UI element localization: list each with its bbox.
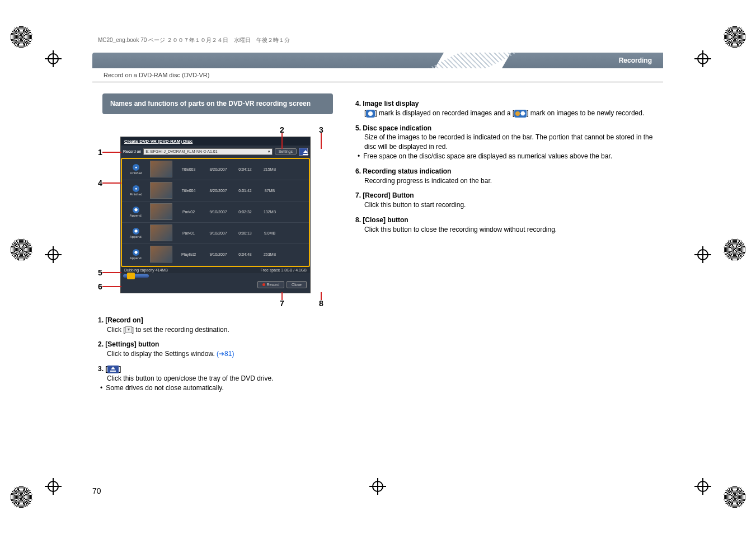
crop-mark (369, 478, 386, 495)
right-column: 4. Image list display [] mark is display… (355, 93, 663, 397)
eject-button[interactable] (299, 148, 308, 156)
leader (281, 292, 283, 300)
list-item[interactable]: ⬣Append. Playlist2 9/10/2007 0:04:48 263… (122, 244, 309, 265)
title-cell: Park02 (175, 210, 203, 214)
capacity-row: Dubbing capacity 414MB Free space 3.8GB … (121, 267, 310, 273)
status-cell: ●Finished (124, 164, 148, 175)
callout-8: 8 (319, 299, 323, 308)
image-list: ●Finished Title003 8/20/2007 0:04:12 215… (121, 158, 310, 267)
settings-button[interactable]: Settings (275, 148, 297, 154)
item-body: [] mark is displayed on recorded images … (355, 109, 658, 118)
source-header: MC20_eng.book 70 ページ ２００７年１０月２４日 水曜日 午後２… (92, 36, 663, 44)
size-cell: 9.0MB (259, 231, 281, 235)
title-cell: Park01 (175, 231, 203, 235)
progress-cursor-icon (127, 273, 135, 279)
item-body: Click this button to close the recording… (355, 225, 658, 235)
date-cell: 8/20/2007 (205, 167, 232, 171)
item-title: [Settings] button (105, 340, 159, 348)
crop-mark (694, 50, 711, 67)
leader (102, 182, 121, 184)
desc-eject: 3. [] Click this button to open/close th… (98, 364, 333, 392)
thumbnail (150, 246, 172, 263)
item-body: Click this button to open/close the tray… (98, 374, 333, 383)
disc-space-bar (123, 273, 308, 279)
callout-title: Names and functions of parts on the DVD-… (102, 93, 333, 114)
registration-mark (10, 486, 32, 508)
leader (321, 133, 322, 149)
item-title: Image list display (363, 100, 419, 107)
item-title: Recording status indication (363, 167, 451, 175)
callout-4: 4 (98, 179, 102, 188)
crop-mark (694, 478, 711, 495)
list-item[interactable]: ●Finished Title004 8/20/2007 0:01:42 87M… (122, 180, 309, 202)
callout-5: 5 (98, 268, 102, 277)
thumbnail (150, 203, 172, 220)
status-cell: ⬣Append. (124, 249, 148, 260)
desc-close-button: 8. [Close] button Click this button to c… (355, 216, 658, 235)
item-number: 5. (355, 124, 361, 132)
registration-mark (724, 486, 746, 508)
duration-cell: 0:01:42 (234, 189, 256, 193)
registration-mark (10, 26, 32, 48)
thumbnail (150, 161, 172, 177)
leader (102, 272, 121, 273)
item-title: Disc space indication (363, 124, 431, 132)
crop-mark (45, 478, 62, 495)
close-button[interactable]: Close (287, 281, 307, 288)
duration-cell: 0:02:32 (234, 210, 256, 214)
item-number: 6. (355, 167, 361, 175)
item-bullet: Free space on the disc/disc space are di… (355, 152, 658, 161)
breadcrumb: Record on a DVD-RAM disc (DVD-VR) (92, 68, 663, 82)
leader (321, 292, 322, 300)
bottom-buttons: Record Close (121, 279, 310, 291)
eject-icon (300, 149, 307, 154)
recorded-icon: ● (133, 185, 139, 192)
dubbing-capacity: Dubbing capacity 414MB (124, 268, 168, 272)
crop-mark (694, 246, 711, 263)
callout-6: 6 (98, 282, 102, 291)
registration-mark (724, 26, 746, 48)
title-cell: Title003 (175, 167, 203, 171)
append-icon: ⬣ (133, 228, 139, 235)
section-tab: Recording (495, 53, 663, 68)
item-number: 4. (355, 100, 361, 107)
size-cell: 87MB (259, 189, 281, 193)
date-cell: 9/10/2007 (205, 252, 232, 256)
recorded-mark-icon (366, 110, 375, 118)
dropdown-icon: ▾ (125, 326, 132, 333)
title-cell: Playlist2 (175, 252, 203, 256)
item-number: 7. (355, 191, 361, 199)
item-title: [Close] button (363, 216, 408, 224)
list-item[interactable]: ⬣Append. Park01 9/10/2007 0:00:13 9.0MB (122, 223, 309, 244)
crop-mark (45, 50, 62, 67)
left-column: Names and functions of parts on the DVD-… (92, 93, 333, 397)
date-cell: 9/10/2007 (205, 231, 232, 235)
eject-icon (107, 366, 119, 373)
item-number: 3. (98, 365, 104, 373)
drive-dropdown[interactable]: E: EFGHI-J_DVDRAM_KLM-NN-O A1.01 ▾ (143, 148, 272, 155)
item-number: 8. (355, 216, 361, 224)
page-number: 70 (92, 486, 101, 495)
date-cell: 8/20/2007 (205, 189, 232, 193)
annotated-screenshot: 1 2 3 4 5 6 7 8 Create DVD-VR (DV (98, 125, 333, 310)
content: Names and functions of parts on the DVD-… (92, 82, 663, 397)
list-item[interactable]: ⬣Append. Park02 9/10/2007 0:02:32 132MB (122, 202, 309, 223)
item-body: Click to display the Settings window. (➔… (98, 349, 333, 359)
desc-image-list: 4. Image list display [] mark is display… (355, 99, 658, 118)
item-body: Click this button to start recording. (355, 200, 658, 210)
record-button[interactable]: Record (257, 281, 285, 288)
status-cell: ⬣Append. (124, 207, 148, 217)
append-icon: ⬣ (133, 207, 139, 213)
append-mark-icon (514, 110, 527, 118)
registration-mark (724, 238, 746, 261)
item-body: Click [▾] to set the recording destinati… (98, 325, 333, 335)
desc-record-on: 1. [Record on] Click [▾] to set the reco… (98, 316, 333, 335)
status-cell: ●Finished (124, 185, 148, 196)
record-on-label: Record on (123, 149, 141, 153)
list-item[interactable]: ●Finished Title003 8/20/2007 0:04:12 215… (122, 159, 309, 180)
thumbnail (150, 224, 172, 241)
size-cell: 215MB (259, 167, 281, 171)
thumbnail (150, 182, 172, 199)
page-link[interactable]: (➔81) (217, 350, 234, 358)
section-tab-label: Recording (619, 57, 652, 64)
